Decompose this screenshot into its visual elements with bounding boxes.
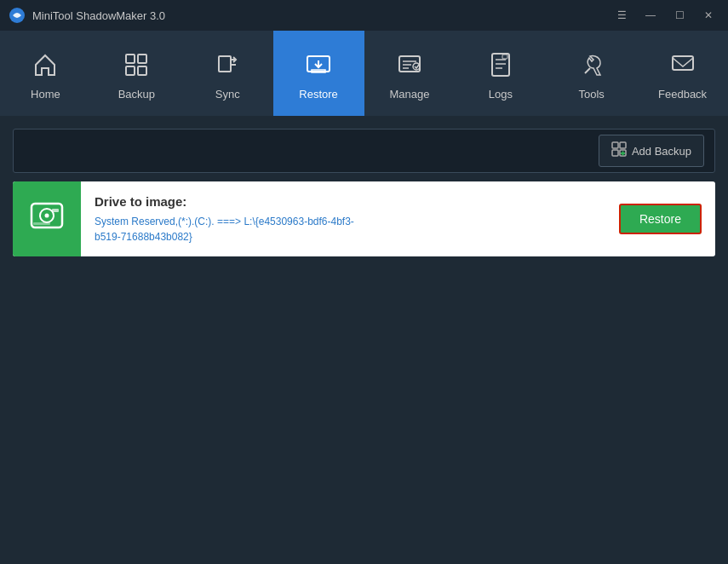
menu-button[interactable]: ☰ <box>610 7 633 24</box>
drive-icon <box>28 197 66 242</box>
nav-item-manage[interactable]: Manage <box>364 31 456 116</box>
title-bar: MiniTool ShadowMaker 3.0 ☰ — ☐ ✕ <box>0 0 728 31</box>
nav-label-sync: Sync <box>215 88 240 101</box>
svg-rect-5 <box>219 56 231 72</box>
manage-icon <box>396 51 423 83</box>
nav-label-feedback: Feedback <box>658 88 707 101</box>
card-title: Drive to image: <box>95 194 592 209</box>
nav-item-backup[interactable]: Backup <box>91 31 182 116</box>
svg-rect-13 <box>612 142 618 148</box>
svg-point-21 <box>45 213 49 217</box>
add-backup-button[interactable]: Add Backup <box>599 135 704 167</box>
app-logo <box>9 7 26 24</box>
nav-label-logs: Logs <box>489 88 513 101</box>
home-icon <box>32 51 59 83</box>
nav-label-manage: Manage <box>389 88 429 101</box>
restore-button[interactable]: Restore <box>619 204 702 234</box>
svg-rect-11 <box>502 55 507 59</box>
card-desc-line2: b519-71688b43b082} <box>95 231 192 243</box>
nav-item-sync[interactable]: Sync <box>182 31 273 116</box>
svg-rect-12 <box>673 56 693 70</box>
nav-label-restore: Restore <box>299 88 338 101</box>
card-desc-line1: System Reserved,(*:).(C:). ===> L:\{e453… <box>95 216 354 227</box>
content-area: Add Backup Drive to image: <box>0 116 728 269</box>
card-description: System Reserved,(*:).(C:). ===> L:\{e453… <box>95 214 592 245</box>
maximize-button[interactable]: ☐ <box>668 7 691 24</box>
svg-rect-22 <box>52 209 59 212</box>
nav-label-tools: Tools <box>579 88 605 101</box>
nav-item-home[interactable]: Home <box>0 31 91 116</box>
app-title: MiniTool ShadowMaker 3.0 <box>32 9 610 22</box>
nav-label-backup: Backup <box>118 88 155 101</box>
tools-icon <box>578 51 605 83</box>
nav-item-tools[interactable]: Tools <box>546 31 637 116</box>
card-icon-area <box>13 181 81 256</box>
logs-icon <box>487 51 514 83</box>
add-backup-label: Add Backup <box>632 145 691 158</box>
add-backup-icon <box>611 141 627 160</box>
svg-rect-14 <box>620 142 626 148</box>
navigation-bar: Home Backup Sync <box>0 31 728 116</box>
nav-item-logs[interactable]: Logs <box>455 31 546 116</box>
svg-rect-23 <box>33 222 50 225</box>
feedback-icon <box>669 51 696 83</box>
svg-rect-4 <box>138 66 146 75</box>
window-controls: ☰ — ☐ ✕ <box>610 7 719 24</box>
minimize-button[interactable]: — <box>639 7 662 24</box>
backup-icon <box>123 51 150 83</box>
svg-rect-1 <box>126 55 135 63</box>
backup-card: Drive to image: System Reserved,(*:).(C:… <box>13 181 715 256</box>
card-body: Drive to image: System Reserved,(*:).(C:… <box>81 181 605 256</box>
sync-icon <box>214 51 241 83</box>
nav-item-restore[interactable]: Restore <box>273 31 364 116</box>
card-actions: Restore <box>605 181 715 256</box>
svg-rect-15 <box>612 150 618 156</box>
svg-rect-10 <box>492 54 509 76</box>
restore-icon <box>305 51 332 83</box>
nav-item-feedback[interactable]: Feedback <box>637 31 728 116</box>
svg-rect-2 <box>138 55 146 63</box>
add-backup-bar: Add Backup <box>13 129 715 173</box>
close-button[interactable]: ✕ <box>697 7 719 24</box>
svg-rect-3 <box>126 66 135 75</box>
nav-label-home: Home <box>31 88 60 101</box>
